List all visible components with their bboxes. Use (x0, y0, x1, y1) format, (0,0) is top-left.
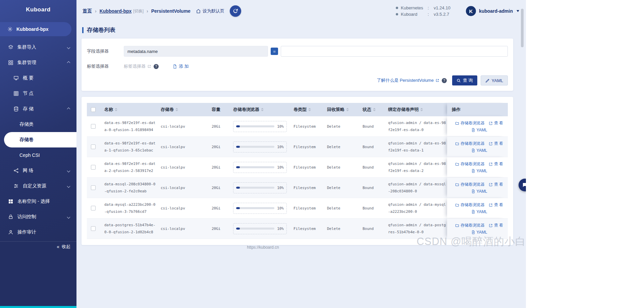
sidebar-item-namespace[interactable]: 名称空间 - 选择 (0, 194, 76, 209)
column-header-policy[interactable]: 回收策略 (322, 103, 358, 116)
user-menu[interactable]: K kuboard-admin (466, 6, 519, 16)
sort-icon[interactable] (115, 108, 117, 111)
folder-icon (455, 224, 459, 228)
row-checkbox[interactable] (91, 185, 96, 190)
volume-browser-link[interactable]: 存储卷浏览器 (455, 141, 485, 146)
sidebar-item-custom-resources[interactable]: 自定义资源 (0, 178, 76, 194)
document-icon (471, 128, 475, 132)
field-value-input[interactable] (281, 46, 508, 57)
volume-browser-link[interactable]: 存储卷浏览器 (455, 223, 485, 228)
sort-icon[interactable] (175, 108, 178, 111)
sidebar-item-persistent-volume[interactable]: 存储卷 (4, 132, 76, 147)
yaml-link[interactable]: YAML (471, 230, 487, 235)
pv-capacity: 20Gi (212, 164, 221, 171)
usage-fill (236, 146, 240, 148)
sidebar-item-storage-class[interactable]: 存储类 (0, 117, 76, 132)
column-header-browser[interactable]: 存储卷浏览器 (228, 103, 289, 116)
row-checkbox[interactable] (91, 206, 96, 210)
refresh-button[interactable] (230, 5, 241, 17)
top-bar: 首页 › Kubboard-bpx [切换] › PersistentVolum… (76, 0, 526, 22)
yaml-link[interactable]: YAML (471, 189, 487, 194)
breadcrumb-cluster[interactable]: Kubboard-bpx (100, 8, 132, 14)
sidebar-item-cluster-import[interactable]: 集群导入 (0, 40, 76, 55)
column-header-capacity[interactable]: 容量 (207, 103, 228, 116)
column-header-status[interactable]: 状态 (358, 103, 383, 116)
pv-status: Bound (363, 143, 374, 150)
pv-storage-class: csi-localpv (161, 143, 185, 150)
set-default-link[interactable]: 设为默认页 (196, 8, 224, 14)
operator-button[interactable]: = (271, 48, 278, 55)
sidebar-item-storage[interactable]: 存 储 (0, 101, 76, 117)
help-icon[interactable]: ? (154, 64, 159, 69)
sidebar-item-overview[interactable]: 概 要 (0, 70, 76, 86)
chevron-up-icon (67, 107, 70, 111)
usage-bar (236, 146, 274, 148)
view-link[interactable]: 查 看 (489, 182, 503, 187)
volume-browser-link[interactable]: 存储卷浏览器 (455, 202, 485, 208)
lock-icon (8, 214, 13, 220)
table-row: data-es-98f2e19f-es-data-0-qfusion-1-018… (87, 116, 508, 137)
sort-icon[interactable] (261, 108, 264, 111)
pv-storage-class: csi-localpv (161, 225, 185, 232)
open-view-icon (489, 162, 493, 166)
sidebar-item-cluster-manage[interactable]: 集群管理 (0, 55, 76, 70)
cluster-switch-link[interactable]: [切换] (133, 8, 144, 14)
column-header-type[interactable]: 卷类型 (289, 103, 322, 116)
sidebar-collapse-button[interactable]: « 收起 (0, 241, 76, 252)
yaml-link[interactable]: YAML (471, 148, 487, 153)
usage-fill (236, 125, 240, 127)
volume-browser-link[interactable]: 存储卷浏览器 (455, 120, 485, 126)
help-icon[interactable]: ? (442, 78, 447, 83)
sidebar-item-access-control[interactable]: 访问控制 (0, 209, 76, 225)
sidebar-item-nodes[interactable]: 节 点 (0, 86, 76, 101)
sidebar-item-network[interactable]: 网 络 (0, 163, 76, 178)
breadcrumb-current: PersistentVolume (151, 8, 191, 14)
column-header-volume[interactable]: 存储卷 (156, 103, 207, 116)
add-label-button[interactable]: 添 加 (173, 63, 189, 69)
sidebar-cluster-item[interactable]: Kubboard-bpx (0, 22, 71, 36)
cluster-name: Kubboard-bpx (16, 26, 49, 32)
sort-icon[interactable] (420, 108, 423, 111)
yaml-link[interactable]: YAML (471, 209, 487, 214)
kubernetes-version: Kubernetes : v1.24.10 (396, 5, 450, 11)
view-link[interactable]: 查 看 (489, 120, 503, 126)
view-link[interactable]: 查 看 (489, 161, 503, 167)
label-selector-link[interactable]: 标签选择器 (124, 63, 151, 69)
row-checkbox[interactable] (91, 226, 96, 231)
row-checkbox[interactable] (91, 165, 96, 170)
usage-fill (236, 207, 240, 209)
volume-browser-link[interactable]: 存储卷浏览器 (455, 182, 485, 187)
sort-icon[interactable] (346, 108, 349, 111)
yaml-link[interactable]: YAML (471, 169, 487, 173)
view-link[interactable]: 查 看 (489, 141, 503, 146)
pen-icon (485, 78, 490, 83)
row-checkbox[interactable] (91, 124, 96, 129)
yaml-link[interactable]: YAML (471, 128, 487, 132)
watermark: CSDN @喝醉酒的小白 (417, 235, 526, 249)
learn-link[interactable]: 了解什么是 PersistentVolume (377, 77, 439, 83)
document-icon (471, 230, 475, 234)
usage-bar (236, 207, 274, 209)
nodes-grid-icon (13, 91, 19, 96)
volume-browser-link[interactable]: 存储卷浏览器 (455, 161, 485, 167)
pv-status: Bound (363, 123, 374, 130)
row-checkbox[interactable] (91, 144, 96, 149)
view-link[interactable]: 查 看 (489, 202, 503, 208)
breadcrumb-home[interactable]: 首页 (83, 8, 92, 14)
column-header-name[interactable]: 名称 (100, 103, 156, 116)
scrollbar[interactable] (521, 9, 524, 47)
yaml-button[interactable]: YAML (481, 75, 508, 85)
sidebar-item-ceph-csi[interactable]: Ceph CSI (0, 147, 76, 163)
folder-icon (455, 203, 459, 207)
field-selector-input[interactable] (124, 46, 268, 57)
column-header-claim[interactable]: 绑定存储卷声明 (383, 103, 447, 116)
row-actions: 存储卷浏览器 查 看 YAML (447, 157, 506, 177)
query-button[interactable]: 查 询 (452, 75, 477, 85)
pv-claim: qfusion-admin / data-mysql-a2223bc200-0 (388, 201, 447, 215)
pv-reclaim-policy: Delete (327, 123, 340, 130)
sidebar-item-audit[interactable]: 操作审计 (0, 225, 76, 240)
sort-icon[interactable] (308, 108, 311, 111)
view-link[interactable]: 查 看 (489, 223, 503, 228)
sort-icon[interactable] (373, 108, 376, 111)
select-all-checkbox[interactable] (91, 107, 96, 112)
